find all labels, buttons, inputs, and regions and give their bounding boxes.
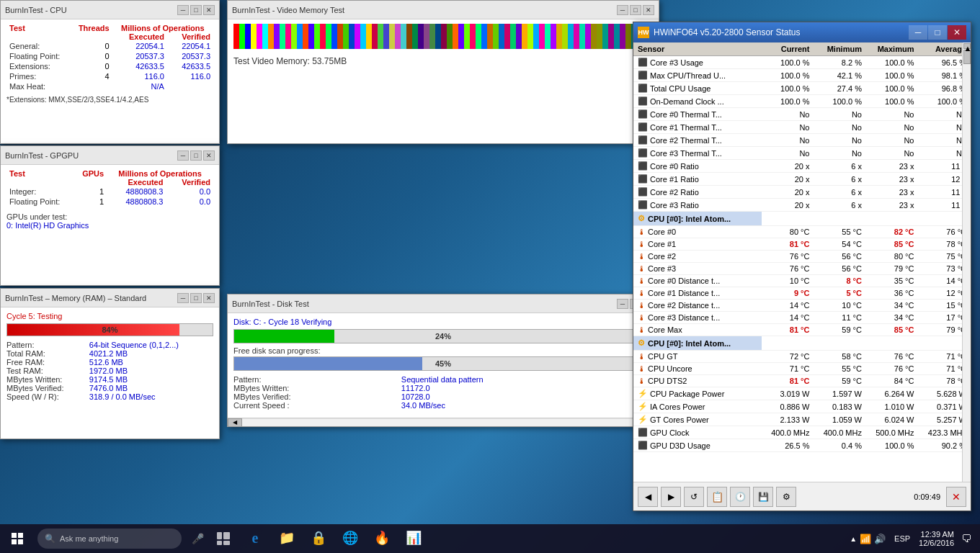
table-row: General: 0 22054.1 22054.1: [6, 41, 213, 51]
bit-video-window: BurnInTest - Video Memory Test ─ □ ✕: [227, 0, 659, 144]
svg-rect-26: [383, 24, 389, 49]
bit-cpu-minimize[interactable]: ─: [177, 5, 189, 15]
bit-memory-title: BurnInTest – Memory (RAM) – Standard: [5, 294, 146, 302]
bit-gpgpu-close[interactable]: ✕: [203, 150, 215, 161]
hwinfo-footer: ◀ ▶ ↺ 📋 🕐 💾 ⚙ 0:09:49 ✕: [633, 482, 971, 511]
bit-cpu-controls: ─ □ ✕: [177, 5, 215, 15]
bit-memory-minimize[interactable]: ─: [177, 293, 189, 303]
footer-save-btn[interactable]: 💾: [753, 487, 773, 507]
bit-memory-close[interactable]: ✕: [203, 293, 215, 303]
svg-rect-1: [239, 24, 245, 49]
sensor-row: 🌡 Core #1 81 °C 54 °C 85 °C 78 °C: [633, 238, 971, 251]
scroll-up-btn[interactable]: ▲: [963, 43, 971, 49]
footer-log-btn[interactable]: 📋: [707, 487, 727, 507]
on-demand-icon: ⬛: [638, 96, 648, 106]
footer-settings-btn[interactable]: ⚙: [776, 487, 796, 507]
footer-back-btn[interactable]: ◀: [638, 487, 658, 507]
table-row: Pattern: Sequential data pattern: [233, 375, 653, 384]
svg-rect-20: [349, 24, 355, 49]
bit-gpgpu-title: BurnInTest - GPGPU: [5, 151, 79, 160]
footer-forward-btn[interactable]: ▶: [661, 487, 681, 507]
svg-rect-64: [602, 24, 608, 49]
taskbar-lock-btn[interactable]: 🔒: [303, 524, 334, 553]
sensor-row: 🌡 Core #3 76 °C 56 °C 79 °C 73 °C: [633, 263, 971, 275]
bit-cpu-close[interactable]: ✕: [203, 5, 215, 15]
hwinfo-scrollbar[interactable]: ▲: [962, 42, 971, 482]
sensor-row: ⬛ Core #0 Thermal T... No No No No: [633, 108, 971, 121]
start-button[interactable]: [0, 524, 35, 553]
col-sensor: Sensor: [633, 42, 762, 56]
bit-gpgpu-maximize[interactable]: □: [190, 150, 202, 161]
tray-network-icon[interactable]: 📶: [860, 534, 871, 544]
svg-rect-66: [614, 24, 620, 49]
table-row: MBytes Written: 9174.5 MB: [6, 375, 213, 384]
hwinfo-maximize[interactable]: □: [928, 25, 947, 40]
footer-refresh-btn[interactable]: ↺: [684, 487, 704, 507]
bit-disk-minimize[interactable]: ─: [617, 299, 628, 309]
power-icon: ⚡: [638, 415, 648, 424]
hwinfo-minimize[interactable]: ─: [909, 25, 927, 40]
bit-video-close[interactable]: ✕: [643, 5, 654, 15]
search-bar[interactable]: 🔍 Ask me anything: [37, 529, 182, 549]
svg-rect-38: [453, 24, 458, 49]
lock-icon: 🔒: [311, 530, 326, 546]
cortana-btn[interactable]: 🎤: [184, 524, 210, 553]
disk-line: Disk: C: - Cycle 18 Verifying: [233, 318, 653, 326]
bit-video-title: BurnInTest - Video Memory Test: [232, 6, 344, 14]
taskbar-app6-btn[interactable]: 📊: [398, 524, 429, 553]
total-cpu-icon: ⬛: [638, 84, 648, 93]
footer-close-btn[interactable]: ✕: [946, 487, 966, 507]
taskbar-clock[interactable]: 12:39 AM 12/6/2016: [919, 530, 954, 547]
bit-gpgpu-minimize[interactable]: ─: [177, 150, 189, 161]
temp-icon: 🌡: [638, 313, 646, 322]
scroll-left-btn[interactable]: ◀: [228, 418, 242, 427]
tray-chevron-icon[interactable]: ▲: [850, 535, 857, 543]
core0-ratio-icon: ⬛: [638, 161, 648, 171]
task-view-btn[interactable]: [210, 524, 236, 553]
table-row: Floating Point: 1 4880808.3 0.0: [6, 197, 213, 207]
notification-btn[interactable]: 🗨: [958, 533, 974, 544]
hwinfo-close[interactable]: ✕: [948, 25, 966, 40]
table-row: MBytes Written: 11172.0: [233, 384, 653, 392]
table-row: Integer: 1 4880808.3 0.0: [6, 186, 213, 197]
core2-thermal-icon: ⬛: [638, 135, 648, 145]
bit-video-controls: ─ □ ✕: [617, 5, 654, 15]
network-icon: 🌐: [342, 530, 358, 546]
svg-rect-30: [406, 24, 412, 49]
tray-volume-icon[interactable]: 🔊: [874, 534, 886, 544]
disk-fields-table: Pattern: Sequential data pattern MBytes …: [233, 375, 653, 410]
bit-video-maximize[interactable]: □: [630, 5, 641, 15]
svg-rect-34: [429, 24, 435, 49]
sensor-row: ⬛ Total CPU Usage 100.0 % 27.4 % 100.0 %…: [633, 82, 971, 95]
svg-rect-21: [355, 24, 360, 49]
bit-disk-window: BurnInTest - Disk Test ─ □ ✕ Disk: C: - …: [227, 294, 659, 427]
footer-clock-btn[interactable]: 🕐: [730, 487, 750, 507]
svg-rect-54: [545, 24, 551, 49]
svg-rect-29: [401, 24, 406, 49]
bit-cpu-maximize[interactable]: □: [190, 5, 202, 15]
svg-rect-12: [303, 24, 308, 49]
bit-video-minimize[interactable]: ─: [617, 5, 628, 15]
svg-rect-40: [464, 24, 470, 49]
bit-cpu-window: BurnInTest - CPU ─ □ ✕ Test Threads Mill…: [0, 0, 220, 144]
cpu-usage-icon: ⬛: [638, 58, 648, 67]
hwinfo-window: HW HWiNFO64 v5.20-2800 Sensor Status ─ □…: [633, 22, 971, 511]
sensor-row: ⚡ GT Cores Power 2.133 W 1.059 W 6.024 W…: [633, 413, 971, 426]
free-scan-label: Free disk scan progress:: [233, 346, 653, 355]
taskbar-explorer-btn[interactable]: 📁: [271, 524, 303, 553]
disk-scrollbar[interactable]: ◀ ▶: [228, 418, 659, 426]
sensor-table: Sensor Current Minimum Maximum Average ⬛…: [633, 42, 971, 452]
bit-disk-title: BurnInTest - Disk Test: [232, 300, 309, 308]
svg-rect-68: [625, 24, 631, 49]
svg-rect-28: [395, 24, 401, 49]
taskbar-network-btn[interactable]: 🌐: [334, 524, 366, 553]
temp-icon: 🌡: [638, 325, 646, 334]
taskbar-edge-btn[interactable]: e: [239, 524, 271, 553]
taskbar-media-btn[interactable]: 🔥: [366, 524, 398, 553]
temp-icon: 🌡: [638, 228, 646, 236]
bit-memory-maximize[interactable]: □: [190, 293, 202, 303]
temp-icon: 🌡: [638, 276, 646, 285]
svg-rect-46: [499, 24, 504, 49]
table-row: MBytes Verified: 10728.0: [233, 392, 653, 401]
sensor-row: ⬛ GPU D3D Usage 26.5 % 0.4 % 100.0 % 90.…: [633, 439, 971, 452]
